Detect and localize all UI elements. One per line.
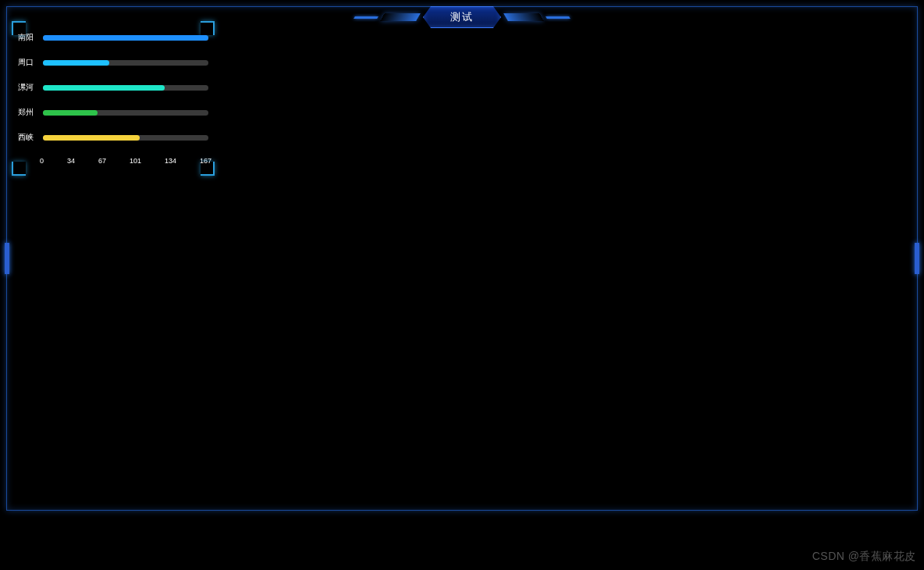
bar-category-label: 漯河 [18, 82, 38, 93]
bar-fill [43, 135, 140, 141]
axis-tick-label: 67 [98, 157, 106, 165]
title-decor-dash-right [546, 16, 570, 19]
bar-category-label: 郑州 [18, 107, 38, 118]
watermark-text: CSDN @香蕉麻花皮 [812, 550, 916, 564]
bar-category-label: 西峡 [18, 132, 38, 143]
bar-track [43, 35, 208, 41]
panel-corner-icon [12, 21, 26, 35]
chart-bar-row: 西峡 [18, 129, 208, 146]
chart-bar-row: 郑州 [18, 104, 208, 121]
chart-x-axis: 03467101134167 [15, 154, 211, 165]
chart-bar-row: 周口 [18, 54, 208, 71]
bar-track [43, 135, 208, 141]
panel-corner-icon [201, 21, 215, 35]
axis-tick-label: 34 [67, 157, 75, 165]
axis-tick-label: 134 [165, 157, 176, 165]
panel-corner-icon [201, 162, 215, 176]
axis-tick-label: 0 [40, 157, 44, 165]
axis-tick-label: 101 [130, 157, 141, 165]
bar-chart-panel: 南阳周口漯河郑州西峡 03467101134167 [12, 21, 215, 176]
page-title: 测试 [423, 6, 501, 28]
bar-track [43, 60, 208, 66]
bar-fill [43, 60, 109, 66]
chart-bar-row: 南阳 [18, 29, 208, 46]
bar-track [43, 110, 208, 116]
title-decor-wing-left [380, 13, 421, 21]
title-decor-wing-right [503, 13, 544, 21]
bar-fill [43, 35, 208, 41]
bar-track [43, 85, 208, 91]
chart-bar-row: 漯河 [18, 79, 208, 96]
title-bar: 测试 [354, 6, 570, 28]
bar-fill [43, 85, 165, 91]
bar-fill [43, 110, 98, 116]
title-decor-dash-left [354, 16, 378, 19]
panel-corner-icon [12, 162, 26, 176]
chart-bars-container: 南阳周口漯河郑州西峡 [15, 29, 211, 146]
dashboard-frame: 测试 南阳周口漯河郑州西峡 03467101134167 [6, 6, 918, 511]
bar-category-label: 周口 [18, 57, 38, 68]
